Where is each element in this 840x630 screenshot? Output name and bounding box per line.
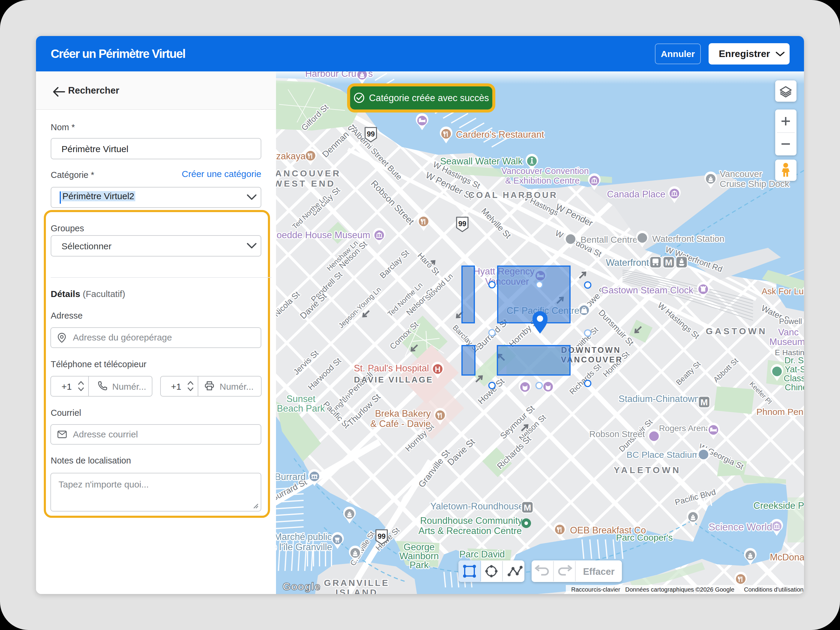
svg-text:e l'île Granville: e l'île Granville bbox=[276, 542, 332, 552]
svg-text:Marché public: Marché public bbox=[276, 532, 332, 542]
svg-text:Stadium-Chinatown: Stadium-Chinatown bbox=[619, 393, 700, 404]
svg-text:Vancouver: Vancouver bbox=[720, 169, 762, 179]
svg-text:Google: Google bbox=[283, 581, 321, 592]
svg-text:Canada Place: Canada Place bbox=[607, 189, 665, 199]
svg-text:Données cartographiques ©2026: Données cartographiques ©2026 Google bbox=[625, 586, 734, 593]
svg-text:Chines: Chines bbox=[785, 382, 804, 392]
svg-text:Museum: Museum bbox=[769, 336, 804, 347]
svg-text:VANCOUVER: VANCOUVER bbox=[276, 168, 341, 178]
svg-text:COAL HARBOUR: COAL HARBOUR bbox=[468, 190, 558, 200]
svg-text:& Café - Davie: & Café - Davie bbox=[370, 418, 431, 429]
svg-text:Gastown Steam Clock: Gastown Steam Clock bbox=[601, 285, 693, 295]
svg-text:Waterfront: Waterfront bbox=[606, 257, 649, 268]
svg-text:Phnom Penh: Phnom Penh bbox=[756, 407, 804, 417]
svg-text:Roedde House Museum: Roedde House Museum bbox=[276, 230, 370, 240]
svg-text:St. Paul's Hospital: St. Paul's Hospital bbox=[354, 363, 429, 374]
svg-text:BC Place Stadium: BC Place Stadium bbox=[627, 450, 699, 459]
svg-text:Cardero's Restaurant: Cardero's Restaurant bbox=[456, 129, 544, 140]
svg-text:Burrard: Burrard bbox=[276, 472, 306, 482]
svg-text:Robson Street: Robson Street bbox=[589, 429, 645, 439]
svg-text:Creekside P: Creekside P bbox=[753, 501, 804, 511]
svg-text:Sunset: Sunset bbox=[286, 393, 316, 404]
svg-text:Beach Park: Beach Park bbox=[277, 403, 325, 414]
svg-text:& Exhibition Centre: & Exhibition Centre bbox=[505, 176, 579, 185]
svg-text:YALETOWN: YALETOWN bbox=[614, 465, 681, 475]
svg-text:Effacer: Effacer bbox=[583, 567, 614, 577]
svg-text:99: 99 bbox=[367, 130, 375, 138]
svg-text:Parc Cooper's: Parc Cooper's bbox=[616, 532, 673, 542]
svg-text:H: H bbox=[435, 365, 441, 374]
svg-text:WEST END: WEST END bbox=[276, 178, 335, 188]
svg-text:Park: Park bbox=[409, 560, 429, 570]
svg-text:DAVIE VILLAGE: DAVIE VILLAGE bbox=[354, 375, 434, 384]
svg-text:Raccourcis-clavier: Raccourcis-clavier bbox=[571, 586, 621, 593]
svg-text:GASTOWN: GASTOWN bbox=[706, 326, 767, 336]
svg-text:Waterfront Station: Waterfront Station bbox=[652, 234, 725, 243]
svg-text:Classic: Classic bbox=[783, 374, 804, 383]
svg-text:Seawall Water Walk: Seawall Water Walk bbox=[440, 156, 523, 166]
svg-text:GRANVILLE: GRANVILLE bbox=[324, 578, 389, 588]
svg-text:99: 99 bbox=[378, 532, 386, 540]
svg-text:Conditions d'utilisation: Conditions d'utilisation bbox=[744, 586, 804, 593]
svg-text:Parc David: Parc David bbox=[459, 549, 505, 559]
svg-text:Yaletown-Roundhouse: Yaletown-Roundhouse bbox=[430, 501, 524, 512]
svg-text:M: M bbox=[524, 502, 531, 512]
svg-text:Powell: Powell bbox=[779, 317, 802, 326]
svg-text:Science World: Science World bbox=[709, 521, 772, 532]
svg-text:Arts & Recreation Centre: Arts & Recreation Centre bbox=[418, 526, 522, 536]
svg-text:99: 99 bbox=[458, 219, 466, 228]
svg-text:Catégorie créée avec succès: Catégorie créée avec succès bbox=[369, 93, 489, 103]
svg-text:Rogers Arena: Rogers Arena bbox=[659, 423, 711, 433]
svg-text:Ask For Lui: Ask For Lui bbox=[762, 286, 804, 296]
svg-text:Vancouver Convention: Vancouver Convention bbox=[501, 166, 589, 176]
svg-text:Vanc: Vanc bbox=[778, 327, 799, 338]
svg-text:Izakaya: Izakaya bbox=[276, 151, 306, 161]
svg-text:ISLAND: ISLAND bbox=[335, 587, 378, 594]
svg-text:Bentall Centre: Bentall Centre bbox=[581, 235, 638, 245]
svg-text:Roundhouse Community: Roundhouse Community bbox=[420, 515, 523, 526]
svg-text:McDonald: McDonald bbox=[770, 552, 804, 562]
svg-text:Yat-Se: Yat-Se bbox=[785, 365, 804, 374]
svg-text:Breka Bakery: Breka Bakery bbox=[375, 408, 431, 419]
svg-text:Dr. Su: Dr. Su bbox=[785, 355, 804, 365]
svg-text:M: M bbox=[665, 257, 673, 267]
svg-text:M: M bbox=[701, 397, 708, 407]
